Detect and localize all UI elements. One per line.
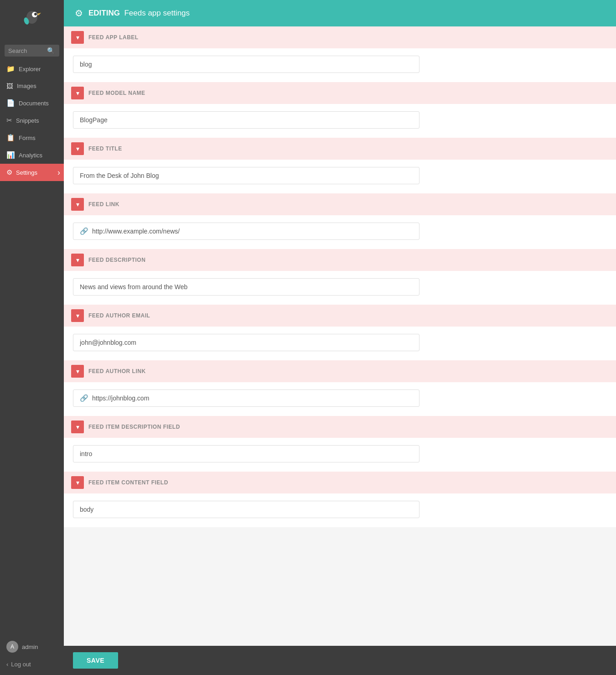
field-label-feed-description: FEED DESCRIPTION [88,257,145,263]
sidebar-item-snippets[interactable]: ✂ Snippets [0,112,64,129]
collapse-button-feed-item-description-field[interactable]: ▾ [71,421,84,433]
field-section-feed-author-link: ▾ FEED AUTHOR LINK 🔗 [64,360,616,416]
page-title-suffix: Feeds app settings [124,9,190,17]
collapse-button-feed-author-email[interactable]: ▾ [71,309,84,322]
field-label-feed-item-content-field: FEED ITEM CONTENT FIELD [88,479,168,486]
sidebar-item-analytics[interactable]: 📊 Analytics [0,146,64,164]
documents-icon: 📄 [6,99,15,107]
search-icon: 🔍 [47,47,55,54]
sidebar-item-forms[interactable]: 📋 Forms [0,129,64,146]
form-content: ▾ FEED APP LABEL ▾ FEED MODEL NAME ▾ FEE… [64,26,616,646]
search-input[interactable] [8,47,45,54]
save-bar: SAVE [64,646,616,675]
collapse-button-feed-app-label[interactable]: ▾ [71,31,84,44]
collapse-button-feed-link[interactable]: ▾ [71,198,84,211]
field-section-feed-link: ▾ FEED LINK 🔗 [64,193,616,249]
field-label-feed-app-label: FEED APP LABEL [88,34,139,41]
field-input-feed-link[interactable] [92,223,413,239]
field-input-feed-author-email[interactable] [73,334,419,351]
field-label-feed-author-email: FEED AUTHOR EMAIL [88,312,150,319]
sidebar-item-label: Analytics [19,152,42,159]
images-icon: 🖼 [6,82,13,90]
sidebar-item-settings[interactable]: ⚙ Settings [0,164,64,181]
field-section-feed-item-description-field: ▾ FEED ITEM DESCRIPTION FIELD [64,416,616,472]
bird-logo-icon [21,8,43,35]
sidebar-item-label: Images [17,83,36,89]
logout-label: Log out [11,661,31,668]
page-title: EDITING Feeds app settings [88,9,190,18]
field-label-feed-link: FEED LINK [88,201,119,208]
sidebar-item-label: Explorer [19,66,41,73]
field-input-wrapper-feed-link: 🔗 [73,223,419,240]
analytics-icon: 📊 [6,151,15,159]
sidebar-item-label: Forms [19,135,36,141]
field-section-feed-author-email: ▾ FEED AUTHOR EMAIL [64,305,616,360]
sidebar-item-label: Documents [19,100,49,107]
field-label-feed-title: FEED TITLE [88,145,122,152]
link-icon: 🔗 [80,394,88,402]
logout-button[interactable]: ‹ Log out [0,657,64,675]
sidebar-item-documents[interactable]: 📄 Documents [0,94,64,112]
field-section-feed-title: ▾ FEED TITLE [64,138,616,193]
settings-gear-icon: ⚙ [75,8,83,19]
search-bar[interactable]: 🔍 [5,45,59,57]
collapse-button-feed-title[interactable]: ▾ [71,142,84,155]
forms-icon: 📋 [6,134,15,142]
field-label-feed-model-name: FEED MODEL NAME [88,90,145,96]
editing-label: EDITING [88,9,120,17]
collapse-button-feed-description[interactable]: ▾ [71,254,84,266]
collapse-button-feed-model-name[interactable]: ▾ [71,87,84,99]
user-info: A admin [0,636,64,657]
sidebar: 🔍 📁 Explorer 🖼 Images 📄 Documents ✂ Snip… [0,0,64,675]
sidebar-item-label: Settings [16,169,37,176]
svg-marker-4 [37,13,41,16]
field-label-feed-author-link: FEED AUTHOR LINK [88,368,146,374]
field-input-feed-title[interactable] [73,167,419,184]
field-section-feed-model-name: ▾ FEED MODEL NAME [64,82,616,138]
field-section-feed-app-label: ▾ FEED APP LABEL [64,26,616,82]
field-input-feed-item-content-field[interactable] [73,501,419,518]
settings-icon: ⚙ [6,168,12,177]
field-input-feed-app-label[interactable] [73,56,419,73]
sidebar-item-label: Snippets [16,117,39,124]
field-label-feed-item-description-field: FEED ITEM DESCRIPTION FIELD [88,424,180,430]
save-button[interactable]: SAVE [73,652,118,669]
collapse-button-feed-author-link[interactable]: ▾ [71,365,84,378]
field-section-feed-description: ▾ FEED DESCRIPTION [64,249,616,305]
avatar: A [6,641,18,653]
sidebar-logo [0,0,64,41]
field-section-feed-item-content-field: ▾ FEED ITEM CONTENT FIELD [64,472,616,527]
field-input-feed-author-link[interactable] [92,390,413,406]
field-input-wrapper-feed-author-link: 🔗 [73,389,419,407]
sidebar-item-explorer[interactable]: 📁 Explorer [0,60,64,78]
field-input-feed-description[interactable] [73,278,419,296]
page-header: ⚙ EDITING Feeds app settings [64,0,616,26]
sidebar-item-images[interactable]: 🖼 Images [0,78,64,94]
main-content: ⚙ EDITING Feeds app settings ▾ FEED APP … [64,0,616,675]
snippets-icon: ✂ [6,116,12,125]
link-icon: 🔗 [80,227,88,235]
explorer-icon: 📁 [6,65,15,73]
field-input-feed-item-description-field[interactable] [73,445,419,462]
svg-point-3 [34,13,37,16]
collapse-button-feed-item-content-field[interactable]: ▾ [71,476,84,489]
username-label: admin [22,644,38,650]
field-input-feed-model-name[interactable] [73,111,419,129]
logout-arrow-icon: ‹ [6,661,8,668]
